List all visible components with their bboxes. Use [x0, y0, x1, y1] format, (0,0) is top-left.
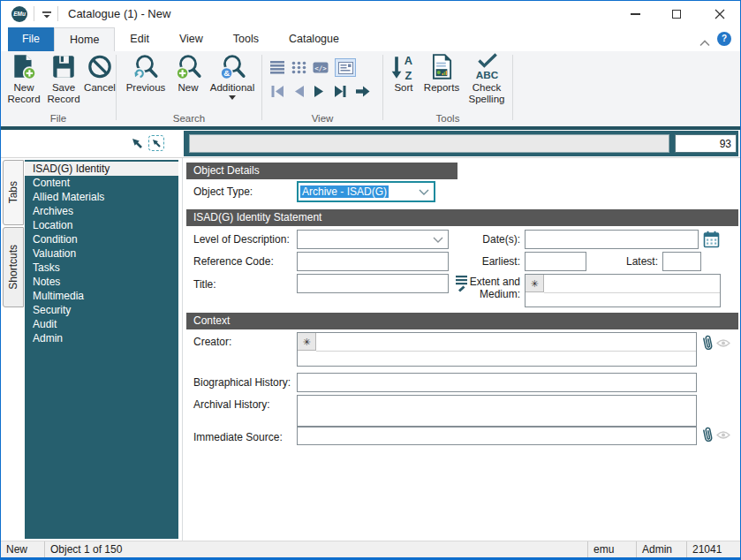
search-new-button[interactable]: New: [171, 53, 205, 94]
cursor-icon[interactable]: [131, 137, 144, 155]
cancel-button[interactable]: Cancel: [83, 53, 117, 94]
calendar-icon[interactable]: [703, 231, 720, 248]
sidebar-item[interactable]: Audit: [25, 317, 178, 331]
ribbon-tab[interactable]: Edit: [115, 27, 164, 51]
object-type-label: Object Type:: [193, 185, 253, 198]
search-additional-label: Additional: [210, 82, 255, 94]
title-field[interactable]: [297, 274, 449, 293]
sidebar-divider: [182, 158, 183, 542]
sidebar-item[interactable]: Notes: [25, 275, 178, 289]
reports-button[interactable]: Reports: [420, 53, 463, 94]
sidebar-item[interactable]: Admin: [25, 331, 178, 345]
sidebar-tab-tabs[interactable]: Tabs: [3, 160, 24, 225]
nav-jump-icon[interactable]: [355, 85, 371, 98]
biographical-history-label: Biographical History:: [193, 376, 291, 389]
search-previous-label: Previous: [126, 82, 166, 94]
sidebar-tab-shortcuts-label: Shortcuts: [7, 245, 19, 290]
sidebar-tab-shortcuts[interactable]: Shortcuts: [3, 227, 24, 307]
grid-view-icon[interactable]: [291, 61, 306, 74]
sidebar-item[interactable]: Condition: [25, 232, 178, 246]
sidebar-item[interactable]: Valuation: [25, 246, 178, 261]
titlebar-separator: [34, 6, 34, 21]
creator-label: Creator:: [193, 336, 231, 348]
record-counter-field[interactable]: 93: [675, 134, 737, 153]
grid-row-marker[interactable]: ✳: [298, 333, 316, 351]
object-type-combo[interactable]: Archive - ISAD(G): [297, 181, 435, 202]
save-record-icon: [49, 53, 78, 81]
paperclip-icon[interactable]: [699, 332, 716, 355]
search-previous-button[interactable]: Previous: [122, 53, 170, 94]
biographical-history-field[interactable]: [297, 373, 697, 392]
code-view-icon[interactable]: </>: [313, 61, 329, 74]
extent-and-medium-label-line2: Medium:: [432, 288, 520, 300]
ribbon-tab[interactable]: View: [164, 27, 218, 51]
reference-code-field[interactable]: [297, 252, 449, 271]
marquee-select-icon[interactable]: [148, 135, 164, 151]
dates-field[interactable]: [525, 230, 699, 249]
latest-label: Latest:: [570, 255, 658, 268]
extent-and-medium-field[interactable]: ✳: [525, 274, 721, 307]
maximize-button[interactable]: [656, 1, 697, 27]
search-additional-button[interactable]: & Additional: [205, 53, 260, 100]
status-user: Admin: [636, 541, 686, 557]
level-of-description-label: Level of Description:: [193, 233, 290, 246]
svg-text:ABC: ABC: [476, 69, 499, 80]
sidebar-item[interactable]: Allied Materials: [25, 190, 178, 204]
sidebar-tab-list: ISAD(G) IdentityContentAllied MaterialsA…: [25, 160, 178, 539]
tool-strip: 93: [1, 130, 740, 157]
help-icon[interactable]: ?: [717, 32, 731, 46]
archival-history-field[interactable]: [297, 395, 697, 427]
svg-text:Z: Z: [405, 69, 412, 81]
creator-field[interactable]: ✳: [297, 332, 697, 367]
collapse-ribbon-icon[interactable]: [699, 34, 710, 50]
check-spelling-button[interactable]: ABC Check Spelling: [463, 53, 510, 105]
new-record-button[interactable]: New Record: [4, 53, 44, 105]
nav-previous-icon[interactable]: [292, 85, 306, 98]
reference-code-label: Reference Code:: [193, 255, 274, 268]
minimize-button[interactable]: [615, 1, 655, 27]
sort-label: Sort: [394, 82, 412, 94]
search-previous-icon: [132, 53, 160, 81]
sidebar-item[interactable]: ISAD(G) Identity: [25, 162, 178, 176]
latest-field[interactable]: [662, 252, 701, 271]
dates-label: Date(s):: [432, 233, 520, 246]
grid-row-marker[interactable]: ✳: [526, 275, 544, 292]
save-record-button[interactable]: Save Record: [43, 53, 84, 105]
details-view-icon-selected[interactable]: [335, 58, 356, 77]
search-new-icon: [174, 53, 202, 81]
nav-next-icon[interactable]: [313, 85, 326, 98]
close-button[interactable]: [699, 1, 740, 27]
sidebar-item[interactable]: Content: [25, 176, 178, 190]
ribbon-tab-row: File HomeEditViewToolsCatalogue ?: [1, 27, 740, 51]
ribbon-tab[interactable]: Tools: [218, 27, 274, 51]
ribbon-tab[interactable]: Home: [54, 27, 115, 51]
group-label-search: Search: [117, 113, 261, 124]
level-of-description-combo[interactable]: [297, 230, 449, 249]
immediate-source-field[interactable]: [297, 427, 697, 445]
status-database: emu: [587, 541, 636, 557]
sidebar-item[interactable]: Location: [25, 218, 178, 232]
tab-file[interactable]: File: [8, 27, 54, 51]
qat-dropdown-icon[interactable]: [42, 9, 52, 19]
sidebar-item[interactable]: Multimedia: [25, 289, 178, 303]
section-header-context: Context: [186, 313, 738, 329]
ribbon-group-view: </> View: [262, 51, 382, 126]
sidebar-item[interactable]: Archives: [25, 204, 178, 218]
check-spelling-icon: ABC: [473, 53, 501, 81]
combo-chevron-icon[interactable]: [419, 189, 429, 195]
sort-button[interactable]: A Z Sort: [387, 53, 420, 94]
group-separator: [512, 55, 513, 120]
list-view-icon[interactable]: [270, 61, 285, 74]
group-label-view: View: [262, 113, 382, 124]
nav-first-icon[interactable]: [270, 85, 285, 98]
dropdown-caret-icon: [229, 95, 236, 100]
object-type-value: Archive - ISAD(G): [300, 185, 389, 198]
details-view-icon: [338, 62, 353, 74]
app-window: EMu Catalogue (1) - New File HomeEditVie…: [0, 0, 741, 560]
paperclip-icon[interactable]: [699, 424, 716, 447]
sidebar-item[interactable]: Security: [25, 303, 178, 317]
summary-field[interactable]: [189, 134, 669, 153]
ribbon-tab[interactable]: Catalogue: [274, 27, 354, 51]
sidebar-item[interactable]: Tasks: [25, 261, 178, 275]
nav-last-icon[interactable]: [333, 85, 348, 98]
